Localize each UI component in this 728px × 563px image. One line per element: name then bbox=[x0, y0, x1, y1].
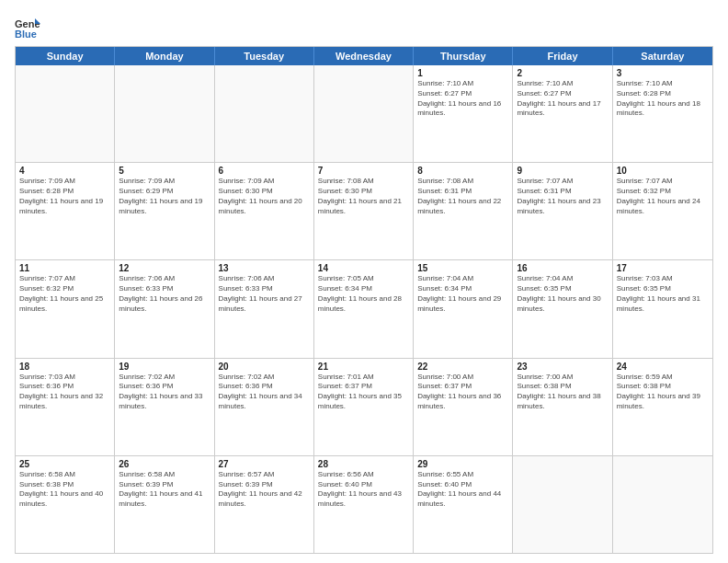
day-info: Sunrise: 7:09 AM Sunset: 6:28 PM Dayligh… bbox=[19, 177, 110, 216]
cal-cell-4-6 bbox=[613, 456, 712, 553]
day-info: Sunrise: 7:03 AM Sunset: 6:36 PM Dayligh… bbox=[19, 373, 110, 412]
day-number: 23 bbox=[517, 362, 608, 372]
calendar-row-4: 25Sunrise: 6:58 AM Sunset: 6:38 PM Dayli… bbox=[16, 456, 712, 553]
day-info: Sunrise: 7:08 AM Sunset: 6:30 PM Dayligh… bbox=[318, 177, 409, 216]
cal-cell-4-1: 26Sunrise: 6:58 AM Sunset: 6:39 PM Dayli… bbox=[115, 456, 214, 553]
calendar: SundayMondayTuesdayWednesdayThursdayFrid… bbox=[15, 46, 713, 554]
logo: General Blue bbox=[15, 15, 46, 40]
cal-cell-1-1: 5Sunrise: 7:09 AM Sunset: 6:29 PM Daylig… bbox=[115, 163, 214, 259]
header-day-monday: Monday bbox=[115, 47, 214, 65]
cal-cell-3-1: 19Sunrise: 7:02 AM Sunset: 6:36 PM Dayli… bbox=[115, 359, 214, 455]
cal-cell-3-2: 20Sunrise: 7:02 AM Sunset: 6:36 PM Dayli… bbox=[215, 359, 314, 455]
day-number: 11 bbox=[19, 263, 110, 273]
cal-cell-3-0: 18Sunrise: 7:03 AM Sunset: 6:36 PM Dayli… bbox=[16, 359, 115, 455]
cal-cell-4-0: 25Sunrise: 6:58 AM Sunset: 6:38 PM Dayli… bbox=[16, 456, 115, 553]
day-number: 22 bbox=[417, 362, 508, 372]
cal-cell-0-4: 1Sunrise: 7:10 AM Sunset: 6:27 PM Daylig… bbox=[414, 65, 513, 162]
day-info: Sunrise: 7:00 AM Sunset: 6:37 PM Dayligh… bbox=[417, 373, 508, 412]
cal-cell-0-5: 2Sunrise: 7:10 AM Sunset: 6:27 PM Daylig… bbox=[513, 65, 612, 162]
day-info: Sunrise: 7:04 AM Sunset: 6:34 PM Dayligh… bbox=[417, 274, 508, 314]
day-info: Sunrise: 7:07 AM Sunset: 6:32 PM Dayligh… bbox=[19, 274, 110, 314]
page: General Blue SundayMondayTuesdayWednesda… bbox=[0, 0, 728, 563]
day-number: 6 bbox=[219, 166, 310, 176]
day-info: Sunrise: 7:01 AM Sunset: 6:37 PM Dayligh… bbox=[318, 373, 409, 412]
day-info: Sunrise: 7:09 AM Sunset: 6:30 PM Dayligh… bbox=[219, 177, 310, 216]
day-number: 17 bbox=[617, 263, 709, 273]
cal-cell-2-5: 16Sunrise: 7:04 AM Sunset: 6:35 PM Dayli… bbox=[513, 260, 612, 357]
day-number: 13 bbox=[219, 263, 310, 273]
cal-cell-0-2 bbox=[215, 65, 314, 162]
day-info: Sunrise: 6:58 AM Sunset: 6:39 PM Dayligh… bbox=[119, 470, 210, 510]
day-info: Sunrise: 7:08 AM Sunset: 6:31 PM Dayligh… bbox=[417, 177, 508, 216]
day-info: Sunrise: 7:02 AM Sunset: 6:36 PM Dayligh… bbox=[119, 373, 210, 412]
day-info: Sunrise: 7:02 AM Sunset: 6:36 PM Dayligh… bbox=[219, 373, 310, 412]
cal-cell-3-4: 22Sunrise: 7:00 AM Sunset: 6:37 PM Dayli… bbox=[414, 359, 513, 455]
day-number: 9 bbox=[517, 166, 608, 176]
day-number: 24 bbox=[617, 362, 709, 372]
cal-cell-4-4: 29Sunrise: 6:55 AM Sunset: 6:40 PM Dayli… bbox=[414, 456, 513, 553]
day-number: 19 bbox=[119, 362, 210, 372]
svg-text:Blue: Blue bbox=[15, 29, 37, 40]
cal-cell-4-5 bbox=[513, 456, 612, 553]
day-number: 20 bbox=[219, 362, 310, 372]
day-info: Sunrise: 6:56 AM Sunset: 6:40 PM Dayligh… bbox=[318, 470, 409, 510]
day-info: Sunrise: 7:07 AM Sunset: 6:31 PM Dayligh… bbox=[517, 177, 608, 216]
day-number: 1 bbox=[417, 68, 508, 78]
day-info: Sunrise: 7:06 AM Sunset: 6:33 PM Dayligh… bbox=[219, 274, 310, 314]
cal-cell-2-1: 12Sunrise: 7:06 AM Sunset: 6:33 PM Dayli… bbox=[115, 260, 214, 357]
day-info: Sunrise: 6:57 AM Sunset: 6:39 PM Dayligh… bbox=[219, 470, 310, 510]
day-number: 29 bbox=[417, 459, 508, 469]
day-number: 2 bbox=[517, 68, 608, 78]
day-info: Sunrise: 7:04 AM Sunset: 6:35 PM Dayligh… bbox=[517, 274, 608, 314]
day-number: 8 bbox=[417, 166, 508, 176]
day-number: 14 bbox=[318, 263, 409, 273]
calendar-row-2: 11Sunrise: 7:07 AM Sunset: 6:32 PM Dayli… bbox=[16, 260, 712, 358]
day-number: 5 bbox=[119, 166, 210, 176]
day-number: 18 bbox=[19, 362, 110, 372]
header-day-friday: Friday bbox=[513, 47, 612, 65]
cal-cell-1-0: 4Sunrise: 7:09 AM Sunset: 6:28 PM Daylig… bbox=[16, 163, 115, 259]
day-number: 3 bbox=[617, 68, 709, 78]
calendar-row-3: 18Sunrise: 7:03 AM Sunset: 6:36 PM Dayli… bbox=[16, 359, 712, 456]
logo-icon: General Blue bbox=[15, 15, 40, 40]
calendar-header: SundayMondayTuesdayWednesdayThursdayFrid… bbox=[16, 47, 712, 65]
day-number: 27 bbox=[219, 459, 310, 469]
cal-cell-0-1 bbox=[115, 65, 214, 162]
day-number: 4 bbox=[19, 166, 110, 176]
cal-cell-2-2: 13Sunrise: 7:06 AM Sunset: 6:33 PM Dayli… bbox=[215, 260, 314, 357]
day-number: 28 bbox=[318, 459, 409, 469]
cal-cell-1-6: 10Sunrise: 7:07 AM Sunset: 6:32 PM Dayli… bbox=[613, 163, 712, 259]
cal-cell-2-0: 11Sunrise: 7:07 AM Sunset: 6:32 PM Dayli… bbox=[16, 260, 115, 357]
day-info: Sunrise: 6:59 AM Sunset: 6:38 PM Dayligh… bbox=[617, 373, 709, 412]
day-info: Sunrise: 7:10 AM Sunset: 6:27 PM Dayligh… bbox=[517, 79, 608, 119]
header-day-saturday: Saturday bbox=[613, 47, 712, 65]
calendar-row-1: 4Sunrise: 7:09 AM Sunset: 6:28 PM Daylig… bbox=[16, 163, 712, 260]
cal-cell-2-6: 17Sunrise: 7:03 AM Sunset: 6:35 PM Dayli… bbox=[613, 260, 712, 357]
day-info: Sunrise: 7:10 AM Sunset: 6:27 PM Dayligh… bbox=[417, 79, 508, 119]
cal-cell-1-5: 9Sunrise: 7:07 AM Sunset: 6:31 PM Daylig… bbox=[513, 163, 612, 259]
cal-cell-3-3: 21Sunrise: 7:01 AM Sunset: 6:37 PM Dayli… bbox=[314, 359, 414, 455]
cal-cell-2-4: 15Sunrise: 7:04 AM Sunset: 6:34 PM Dayli… bbox=[414, 260, 513, 357]
day-info: Sunrise: 7:03 AM Sunset: 6:35 PM Dayligh… bbox=[617, 274, 709, 314]
cal-cell-0-3 bbox=[314, 65, 414, 162]
day-info: Sunrise: 7:06 AM Sunset: 6:33 PM Dayligh… bbox=[119, 274, 210, 314]
day-number: 26 bbox=[119, 459, 210, 469]
day-info: Sunrise: 7:10 AM Sunset: 6:28 PM Dayligh… bbox=[617, 79, 709, 119]
cal-cell-4-2: 27Sunrise: 6:57 AM Sunset: 6:39 PM Dayli… bbox=[215, 456, 314, 553]
day-number: 7 bbox=[318, 166, 409, 176]
calendar-body: 1Sunrise: 7:10 AM Sunset: 6:27 PM Daylig… bbox=[16, 65, 712, 553]
header-day-wednesday: Wednesday bbox=[314, 47, 414, 65]
cal-cell-0-6: 3Sunrise: 7:10 AM Sunset: 6:28 PM Daylig… bbox=[613, 65, 712, 162]
header-day-tuesday: Tuesday bbox=[215, 47, 314, 65]
cal-cell-0-0 bbox=[16, 65, 115, 162]
cal-cell-1-4: 8Sunrise: 7:08 AM Sunset: 6:31 PM Daylig… bbox=[414, 163, 513, 259]
day-number: 10 bbox=[617, 166, 709, 176]
cal-cell-1-3: 7Sunrise: 7:08 AM Sunset: 6:30 PM Daylig… bbox=[314, 163, 414, 259]
header-day-thursday: Thursday bbox=[414, 47, 513, 65]
header-day-sunday: Sunday bbox=[16, 47, 115, 65]
day-number: 16 bbox=[517, 263, 608, 273]
day-number: 25 bbox=[19, 459, 110, 469]
cal-cell-3-6: 24Sunrise: 6:59 AM Sunset: 6:38 PM Dayli… bbox=[613, 359, 712, 455]
header-row: General Blue bbox=[15, 11, 713, 40]
day-number: 21 bbox=[318, 362, 409, 372]
